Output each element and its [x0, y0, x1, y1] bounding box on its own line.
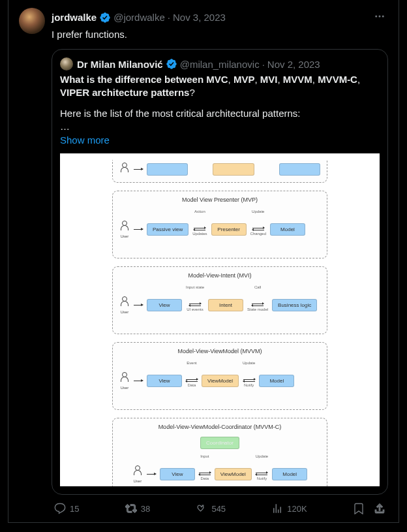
- views-button[interactable]: 120K: [271, 503, 307, 514]
- heart-icon: [196, 503, 207, 514]
- handle[interactable]: @jordwalke: [113, 12, 165, 23]
- analytics-icon: [271, 503, 283, 514]
- retweet-button[interactable]: 38: [125, 503, 150, 514]
- bookmark-button[interactable]: [353, 503, 365, 514]
- bookmark-icon: [353, 503, 365, 514]
- quoted-avatar: [60, 57, 73, 70]
- quoted-display-name: Dr Milan Milanović: [77, 59, 163, 70]
- quoted-headline: What is the difference between MVC, MVP,…: [60, 73, 380, 99]
- diagram-image[interactable]: Model View Presenter (MVP) User Passive …: [60, 153, 380, 486]
- svg-point-1: [379, 16, 381, 18]
- share-button[interactable]: [374, 503, 385, 514]
- quoted-handle: @milan_milanovic: [180, 59, 260, 70]
- show-more-link[interactable]: Show more: [60, 134, 380, 146]
- share-icon: [374, 503, 385, 514]
- pattern-mvvm-c: Model-View-ViewModel-Coordinator (MVVM-C…: [112, 418, 327, 486]
- avatar[interactable]: [19, 8, 45, 34]
- like-button[interactable]: 545: [196, 503, 226, 514]
- verified-badge-icon: [99, 12, 111, 23]
- separator-dot: ·: [262, 59, 265, 70]
- pattern-mvvm: Model-View-ViewModel (MVVM) User View Ev…: [112, 342, 327, 410]
- like-count: 545: [211, 504, 226, 514]
- reply-count: 15: [70, 504, 79, 514]
- svg-point-2: [382, 16, 384, 18]
- more-icon[interactable]: [371, 8, 388, 27]
- action-bar: 15 38 545 1: [52, 503, 388, 514]
- user-icon: [119, 296, 130, 309]
- user-icon: [132, 465, 143, 478]
- tweet[interactable]: jordwalke @jordwalke · Nov 3, 2023 I pre…: [8, 0, 399, 523]
- tweet-text: I prefer functions.: [52, 28, 388, 41]
- pattern-mvi: Model-View-Intent (MVI) User View Input …: [112, 266, 327, 334]
- user-icon: [119, 221, 130, 234]
- reply-icon: [54, 503, 66, 514]
- pattern-mvp: Model View Presenter (MVP) User Passive …: [112, 191, 327, 258]
- quoted-tweet[interactable]: Dr Milan Milanović @milan_milanovic · No…: [52, 49, 388, 495]
- separator-dot: ·: [168, 12, 170, 23]
- quoted-timestamp: Nov 2, 2023: [267, 59, 320, 70]
- view-count: 120K: [287, 504, 307, 514]
- display-name[interactable]: jordwalke: [52, 12, 97, 23]
- timestamp[interactable]: Nov 3, 2023: [173, 12, 226, 23]
- reply-button[interactable]: 15: [54, 503, 79, 514]
- svg-point-0: [375, 16, 377, 18]
- retweet-count: 38: [141, 504, 150, 514]
- quoted-body: Here is the list of the most critical ar…: [60, 107, 380, 133]
- user-icon: [119, 372, 130, 385]
- retweet-icon: [125, 503, 137, 514]
- verified-badge-icon: [166, 58, 177, 70]
